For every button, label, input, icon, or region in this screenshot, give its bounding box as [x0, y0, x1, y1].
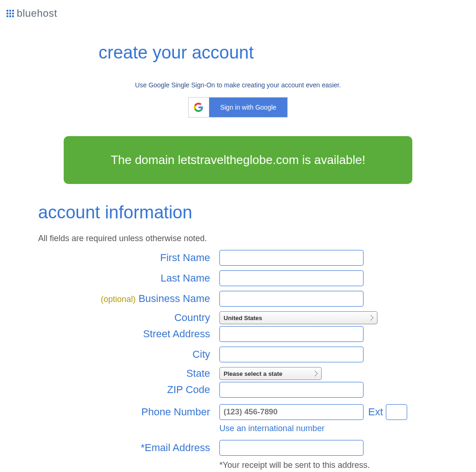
receipt-note: *Your receipt will be sent to this addre…: [219, 460, 438, 470]
street-address-input[interactable]: [219, 326, 364, 342]
google-signin-button[interactable]: Sign in with Google: [188, 97, 288, 118]
last-name-label: Last Name: [99, 272, 219, 284]
state-select[interactable]: Please select a state: [219, 367, 322, 380]
brand-logo: bluehost: [0, 0, 476, 24]
last-name-input[interactable]: [219, 270, 364, 286]
sso-prompt: Use Google Single Sign-On to make creati…: [38, 81, 438, 89]
business-name-label: (optional) Business Name: [99, 293, 219, 305]
business-name-input[interactable]: [219, 291, 364, 307]
email-label: *Email Address: [99, 442, 219, 454]
google-icon: [189, 98, 209, 117]
section-title: account information: [38, 203, 438, 223]
domain-available-banner: The domain letstraveltheglobe.com is ava…: [64, 136, 412, 184]
street-address-label: Street Address: [99, 328, 219, 340]
ext-input[interactable]: [386, 404, 407, 420]
section-note: All fields are required unless otherwise…: [38, 234, 438, 243]
grid-icon: [7, 10, 14, 17]
first-name-label: First Name: [99, 252, 219, 264]
zip-input[interactable]: [219, 382, 364, 398]
state-label: State: [99, 367, 219, 380]
city-label: City: [99, 348, 219, 361]
brand-name: bluehost: [17, 7, 57, 20]
phone-input[interactable]: [219, 404, 364, 420]
country-label: Country: [99, 312, 219, 324]
email-input[interactable]: [219, 440, 364, 456]
optional-tag: (optional): [101, 295, 136, 304]
page-title: create your account: [99, 43, 438, 63]
zip-label: ZIP Code: [99, 384, 219, 396]
country-select[interactable]: United States: [219, 311, 377, 324]
ext-label: Ext: [368, 406, 383, 418]
google-signin-label: Sign in with Google: [209, 98, 288, 117]
first-name-input[interactable]: [219, 250, 364, 266]
city-input[interactable]: [219, 347, 364, 362]
intl-number-link[interactable]: Use an international number: [219, 424, 324, 433]
phone-label: Phone Number: [99, 406, 219, 418]
business-name-label-text: Business Name: [139, 293, 210, 304]
